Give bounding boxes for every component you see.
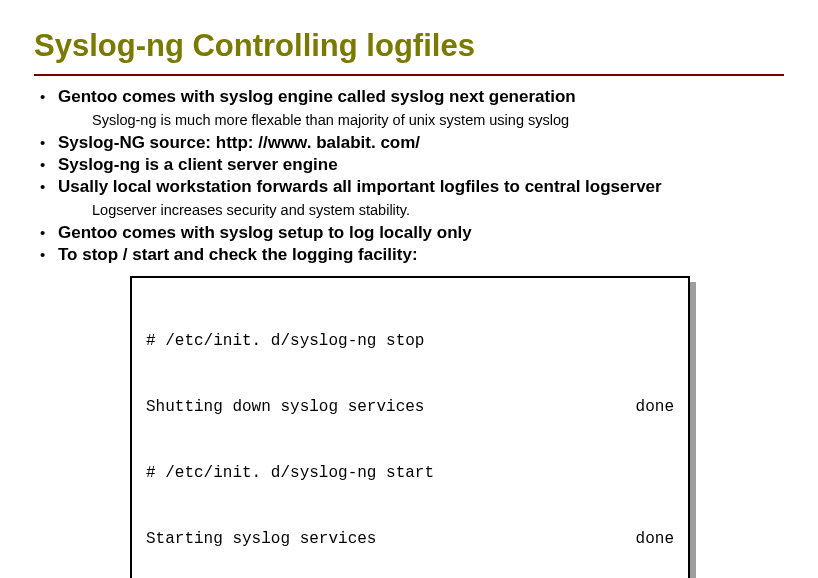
bullet-item: Usally local workstation forwards all im…: [34, 176, 784, 220]
code-status: done: [616, 396, 674, 418]
code-line: Shutting down syslog services: [146, 396, 424, 418]
bullet-item: Syslog-ng is a client server engine: [34, 154, 784, 176]
bullet-list: Gentoo comes with syslog engine called s…: [34, 86, 784, 266]
slide-title: Syslog-ng Controlling logfiles: [34, 28, 784, 68]
bullet-item: To stop / start and check the logging fa…: [34, 244, 784, 266]
code-status: done: [616, 528, 674, 550]
bullet-text: Syslog-NG source: http: //www. balabit. …: [58, 132, 784, 154]
bullet-text: Syslog-ng is a client server engine: [58, 154, 784, 176]
bullet-subtext: Syslog-ng is much more flexable than maj…: [92, 110, 784, 130]
slide: Syslog-ng Controlling logfiles Gentoo co…: [0, 0, 818, 578]
code-line: Starting syslog services: [146, 528, 376, 550]
code-block: # /etc/init. d/syslog-ng stop Shutting d…: [130, 276, 690, 578]
code-line: # /etc/init. d/syslog-ng stop: [146, 330, 424, 352]
code-status: [654, 330, 674, 352]
bullet-text: Gentoo comes with syslog setup to log lo…: [58, 222, 784, 244]
code-status: [654, 462, 674, 484]
bullet-subtext: Logserver increases security and system …: [92, 200, 784, 220]
code-content: # /etc/init. d/syslog-ng stop Shutting d…: [130, 276, 690, 578]
bullet-text: Gentoo comes with syslog engine called s…: [58, 86, 784, 108]
bullet-item: Gentoo comes with syslog setup to log lo…: [34, 222, 784, 244]
bullet-text: To stop / start and check the logging fa…: [58, 244, 784, 266]
bullet-item: Syslog-NG source: http: //www. balabit. …: [34, 132, 784, 154]
title-rule: [34, 74, 784, 76]
bullet-text: Usally local workstation forwards all im…: [58, 176, 784, 198]
code-line: # /etc/init. d/syslog-ng start: [146, 462, 434, 484]
bullet-item: Gentoo comes with syslog engine called s…: [34, 86, 784, 130]
